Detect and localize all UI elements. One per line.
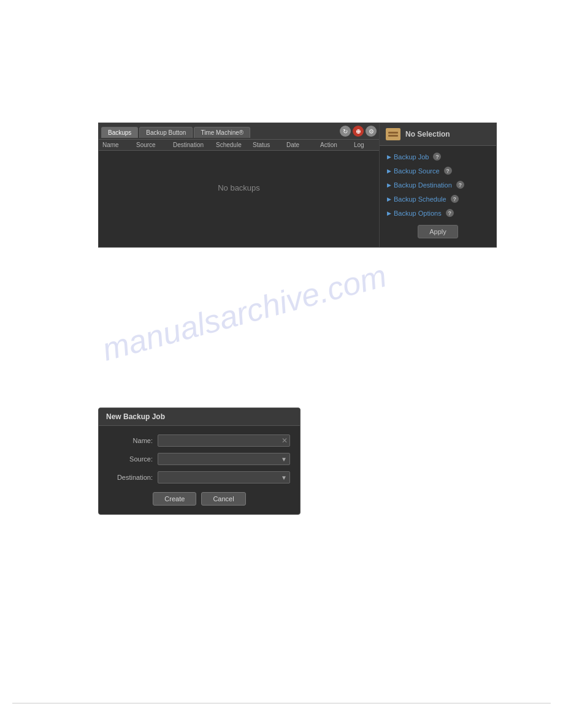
main-area: Backups Backup Button Time Machine® ↻ ⊕ … [98,123,497,248]
source-label: Source: [109,455,158,463]
help-icon-backup-source[interactable]: ? [444,167,452,175]
apply-button[interactable]: Apply [418,225,458,238]
name-input[interactable] [158,434,290,447]
destination-select[interactable] [158,471,290,483]
col-header-schedule: Schedule [216,142,253,148]
col-header-destination: Destination [173,142,216,148]
tab-backup-button[interactable]: Backup Button [139,127,193,138]
right-panel-item-backup-destination[interactable]: ▶ Backup Destination ? [380,178,496,192]
backup-source-label: Backup Source [394,167,440,175]
destination-label: Destination: [109,474,158,481]
tab-backups[interactable]: Backups [101,127,138,138]
source-select[interactable] [158,453,290,465]
arrow-icon-backup-job: ▶ [387,154,391,160]
settings-button[interactable]: ⚙ [366,126,377,137]
right-panel: No Selection ▶ Backup Job ? ▶ Backup Sou… [380,123,496,247]
destination-row: Destination: ▼ [109,471,290,483]
dialog-body: Name: ✕ Source: ▼ De [99,426,300,514]
right-panel-item-backup-job[interactable]: ▶ Backup Job ? [380,150,496,164]
backup-job-label: Backup Job [394,153,429,161]
col-header-date: Date [286,142,320,148]
add-backup-button[interactable]: ⊕ [353,126,364,137]
arrow-icon-backup-destination: ▶ [387,182,391,188]
tab-time-machine[interactable]: Time Machine® [194,127,250,138]
help-icon-backup-destination[interactable]: ? [456,181,464,189]
arrow-icon-backup-schedule: ▶ [387,196,391,202]
help-icon-backup-options[interactable]: ? [446,209,454,217]
watermark: manualsarchive.com [98,257,390,368]
right-panel-item-backup-options[interactable]: ▶ Backup Options ? [380,206,496,220]
help-icon-backup-schedule[interactable]: ? [451,195,459,203]
name-label: Name: [109,437,158,444]
bottom-divider [12,703,551,703]
right-panel-items: ▶ Backup Job ? ▶ Backup Source ? ▶ Backu… [380,146,496,247]
destination-select-wrapper: ▼ [158,471,290,483]
left-panel: Backups Backup Button Time Machine® ↻ ⊕ … [99,123,380,247]
backup-options-label: Backup Options [394,210,442,217]
col-header-name: Name [102,142,136,148]
arrow-icon-backup-options: ▶ [387,210,391,216]
dialog-overlay: New Backup Job Name: ✕ Source: ▼ [98,408,301,515]
no-selection-title: No Selection [405,130,450,138]
dialog-buttons: Create Cancel [109,492,290,506]
no-backups-text: No backups [99,151,379,224]
col-header-log: Log [354,142,375,148]
new-backup-job-dialog: New Backup Job Name: ✕ Source: ▼ [98,408,301,515]
tabs: Backups Backup Button Time Machine® [101,127,250,138]
col-header-source: Source [136,142,173,148]
arrow-icon-backup-source: ▶ [387,168,391,174]
backup-destination-label: Backup Destination [394,181,452,189]
right-panel-item-backup-schedule[interactable]: ▶ Backup Schedule ? [380,192,496,206]
column-headers: Name Source Destination Schedule Status … [99,140,379,151]
backup-schedule-label: Backup Schedule [394,195,446,203]
right-panel-item-backup-source[interactable]: ▶ Backup Source ? [380,164,496,178]
help-icon-backup-job[interactable]: ? [433,153,441,161]
create-button[interactable]: Create [153,492,196,506]
name-row: Name: ✕ [109,434,290,447]
nas-icon [386,128,400,140]
backup-manager: Backups Backup Button Time Machine® ↻ ⊕ … [98,123,497,248]
col-header-status: Status [253,142,286,148]
dialog-title: New Backup Job [99,408,300,426]
right-panel-header: No Selection [380,123,496,146]
name-clear-icon[interactable]: ✕ [282,436,288,445]
source-row: Source: ▼ [109,453,290,465]
source-select-wrapper: ▼ [158,453,290,465]
tab-bar: Backups Backup Button Time Machine® ↻ ⊕ … [99,123,379,140]
tab-icons: ↻ ⊕ ⚙ [340,126,377,139]
cancel-button[interactable]: Cancel [201,492,245,506]
name-input-wrapper: ✕ [158,434,290,447]
col-header-action: Action [320,142,354,148]
refresh-button[interactable]: ↻ [340,126,351,137]
